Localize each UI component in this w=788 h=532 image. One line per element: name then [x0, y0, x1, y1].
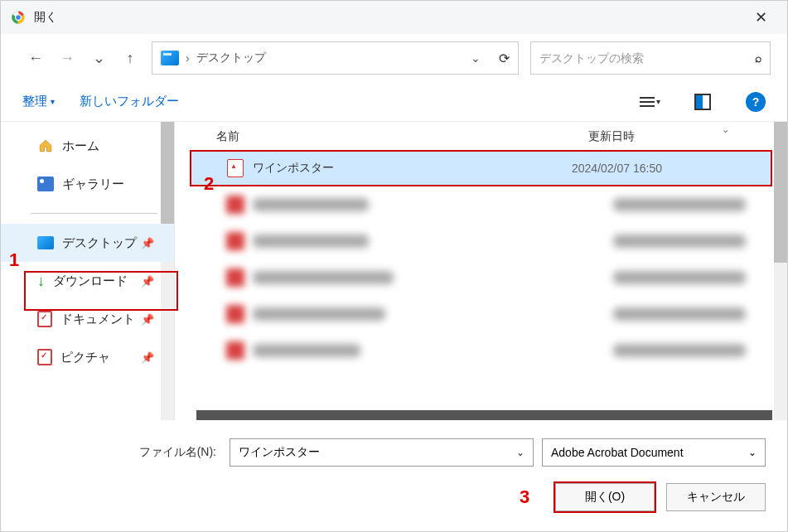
list-icon: [640, 97, 655, 107]
search-icon[interactable]: ⌕: [755, 51, 761, 65]
open-button[interactable]: 開く(O): [555, 483, 655, 511]
file-name: ワインポスター: [253, 161, 572, 176]
sidebar-item-home[interactable]: ホーム: [1, 127, 174, 165]
file-type-select[interactable]: Adobe Acrobat Document ⌄: [542, 438, 766, 467]
chevron-down-icon[interactable]: ⌄: [516, 447, 525, 458]
chevron-down-icon: ▾: [656, 97, 660, 106]
chevron-down-icon: ▾: [51, 97, 55, 106]
home-icon: [37, 138, 54, 153]
organize-button[interactable]: 整理 ▾: [22, 94, 55, 109]
file-row-blurred[interactable]: [191, 297, 771, 331]
column-header-modified[interactable]: 更新日時 ⌄: [588, 129, 762, 144]
organize-label: 整理: [22, 94, 47, 109]
search-box[interactable]: ⌕: [530, 41, 771, 75]
sidebar-item-label: ギャラリー: [62, 177, 124, 192]
sidebar-item-documents[interactable]: ドキュメント 📌: [1, 300, 174, 338]
content-area: ホーム ギャラリー デスクトップ 📌 ↓ ダウンロード 📌 ドキュメント 📌 ピ…: [1, 122, 787, 420]
file-row-blurred[interactable]: [191, 188, 771, 221]
location-dropdown-icon[interactable]: ⌄: [471, 51, 481, 65]
column-headers: 名前 更新日時 ⌄: [175, 122, 787, 152]
sidebar-item-label: デスクトップ: [62, 235, 137, 251]
new-folder-button[interactable]: 新しいフォルダー: [80, 94, 179, 109]
filename-input[interactable]: [239, 446, 516, 459]
sidebar-item-pictures[interactable]: ピクチャ 📌: [1, 338, 174, 376]
view-options-button[interactable]: ▾: [640, 92, 660, 112]
current-location: デスクトップ: [196, 51, 464, 65]
picture-icon: [37, 349, 52, 365]
sidebar: ホーム ギャラリー デスクトップ 📌 ↓ ダウンロード 📌 ドキュメント 📌 ピ…: [1, 122, 175, 420]
button-row: 開く(O) キャンセル: [22, 483, 766, 511]
file-type-label: Adobe Acrobat Document: [551, 446, 684, 459]
back-button[interactable]: ←: [26, 50, 46, 67]
pin-icon: 📌: [141, 313, 154, 326]
up-button[interactable]: ↑: [120, 50, 140, 67]
gallery-icon: [37, 177, 54, 191]
filename-label: ファイル名(N):: [22, 445, 221, 460]
footer: ファイル名(N): ⌄ Adobe Acrobat Document ⌄ 開く(…: [1, 420, 787, 511]
close-icon[interactable]: ✕: [744, 8, 777, 27]
pin-icon: 📌: [141, 237, 154, 249]
column-header-modified-label: 更新日時: [588, 129, 635, 143]
document-icon: [37, 311, 52, 327]
file-row-selected[interactable]: ワインポスター 2024/02/07 16:50: [191, 152, 771, 185]
sidebar-item-label: ピクチャ: [60, 350, 110, 365]
sidebar-item-label: ホーム: [62, 138, 99, 154]
help-button[interactable]: ?: [746, 92, 766, 112]
folder-icon: [161, 51, 179, 65]
forward-button[interactable]: →: [57, 50, 77, 67]
file-row-blurred[interactable]: [191, 334, 771, 367]
pin-icon: 📌: [141, 275, 154, 288]
sidebar-item-downloads[interactable]: ↓ ダウンロード 📌: [1, 262, 174, 300]
title-bar: 開く ✕: [1, 1, 787, 34]
toolbar: 整理 ▾ 新しいフォルダー ▾ ?: [1, 82, 787, 122]
download-icon: ↓: [37, 273, 45, 290]
chrome-icon: [11, 10, 26, 25]
recent-locations-button[interactable]: ⌄: [89, 49, 109, 67]
pin-icon: 📌: [141, 351, 154, 364]
cancel-button[interactable]: キャンセル: [666, 483, 766, 511]
window-title: 開く: [34, 10, 744, 25]
desktop-icon: [37, 236, 54, 249]
path-separator-icon: ›: [186, 51, 190, 65]
divider: [31, 213, 157, 214]
sidebar-item-label: ダウンロード: [53, 273, 128, 289]
sidebar-item-gallery[interactable]: ギャラリー: [1, 165, 174, 203]
filename-row: ファイル名(N): ⌄ Adobe Acrobat Document ⌄: [22, 438, 766, 467]
sort-indicator-icon: ⌄: [722, 124, 729, 135]
svg-point-2: [16, 15, 22, 21]
column-header-name[interactable]: 名前: [216, 129, 588, 144]
sidebar-item-label: ドキュメント: [60, 312, 135, 327]
refresh-icon[interactable]: ⟳: [499, 51, 510, 66]
pane-icon: [694, 94, 711, 110]
address-bar[interactable]: › デスクトップ ⌄ ⟳: [152, 41, 519, 75]
chevron-down-icon: ⌄: [748, 447, 757, 458]
horizontal-scrollbar[interactable]: [196, 410, 772, 420]
nav-row: ← → ⌄ ↑ › デスクトップ ⌄ ⟳ ⌕: [1, 34, 787, 82]
file-scrollbar-thumb[interactable]: [774, 122, 787, 263]
preview-pane-button[interactable]: [693, 92, 713, 112]
file-row-blurred[interactable]: [191, 261, 771, 294]
filename-input-wrapper[interactable]: ⌄: [230, 438, 534, 467]
search-input[interactable]: [539, 51, 755, 65]
sidebar-item-desktop[interactable]: デスクトップ 📌: [1, 224, 174, 262]
pdf-icon: [226, 159, 244, 177]
file-row-blurred[interactable]: [191, 225, 771, 258]
file-list: 名前 更新日時 ⌄ ワインポスター 2024/02/07 16:50: [175, 122, 787, 420]
file-date: 2024/02/07 16:50: [572, 162, 746, 175]
